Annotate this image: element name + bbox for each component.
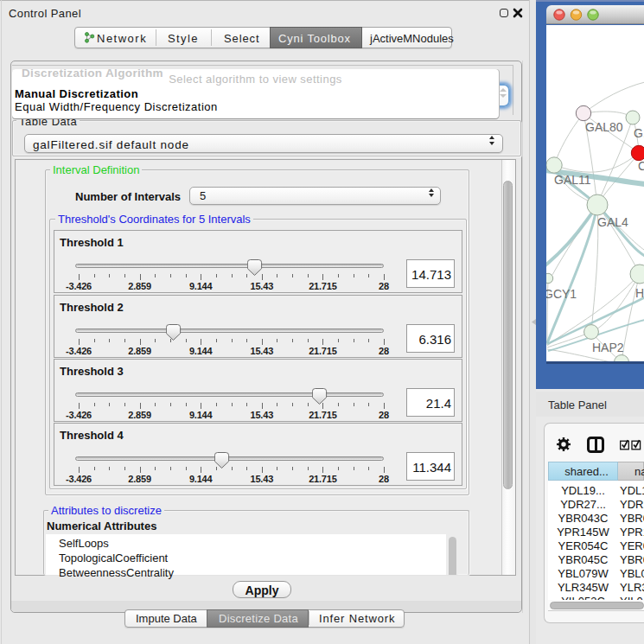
svg-text:GAL11: GAL11 [554,173,591,187]
svg-text:GAL4: GAL4 [597,215,628,229]
svg-text:C: C [638,159,644,173]
svg-text:GCY1: GCY1 [546,287,577,301]
svg-text:H: H [635,286,644,300]
svg-text:G.: G. [634,126,644,140]
svg-text:GAL80: GAL80 [585,120,623,134]
svg-text:HAP2: HAP2 [592,341,624,354]
